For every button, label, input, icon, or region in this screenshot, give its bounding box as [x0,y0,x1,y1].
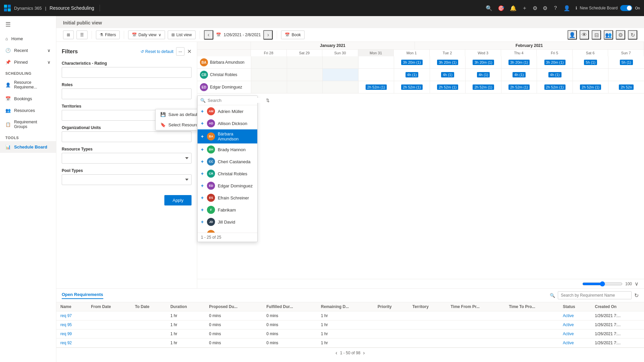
cal-cell[interactable] [251,56,287,68]
req-status-link[interactable]: Active [563,322,574,327]
req-next-page-button[interactable]: › [363,350,365,356]
resource-view-button[interactable]: 👤 [568,30,577,40]
cal-cell[interactable]: 2h 52n [608,81,644,93]
req-name-link[interactable]: req 92 [60,341,72,345]
sidebar-item-resources[interactable]: 👥 Resources [0,105,56,116]
sort-icon[interactable]: ⇅ [266,98,270,103]
sidebar-item-resource-requirements[interactable]: 👤 Resource Requireme... [0,77,56,93]
resource-search-input[interactable] [208,98,264,103]
list-item[interactable]: +EDEdgar Dominguez [198,180,257,192]
cal-cell[interactable] [251,69,287,81]
open-requirements-tab[interactable]: Open Requirements [62,292,103,299]
cal-cell[interactable] [251,81,287,93]
list-item[interactable]: +AMAdrien Müller [198,105,257,117]
hamburger-menu[interactable]: ☰ [0,16,56,33]
cal-cell[interactable]: 4h (1) [394,69,430,81]
filters-button[interactable]: ⚗ Filters [96,31,120,39]
req-search-input[interactable] [558,291,632,299]
sidebar-item-pinned[interactable]: 📌 Pinned ∨ [0,56,56,68]
list-item[interactable]: +FFabrikam [198,204,257,216]
help-icon-btn[interactable]: ？ [553,5,558,12]
cal-cell[interactable]: 5h (1) [573,56,608,68]
list-item[interactable]: +ESEfrain Schreiner [198,192,257,204]
refresh-button[interactable]: ↻ [628,30,637,40]
pool-types-select[interactable] [62,174,192,185]
cal-cell[interactable]: 3h 20m (1) [394,56,430,68]
list-item[interactable]: +BHBrady Hannon [198,143,257,156]
cal-cell[interactable] [287,81,323,93]
sidebar-item-home[interactable]: ⌂ Home [0,33,56,45]
cal-cell[interactable]: 4h (1) [465,69,501,81]
list-item[interactable]: +JGJorge Gault [198,228,257,233]
req-status-link[interactable]: Active [563,313,574,318]
filter-icon-btn[interactable]: ⚙ [533,5,537,11]
filters-more-button[interactable]: ··· [176,47,184,56]
cal-cell[interactable]: 4h (1) [430,69,466,81]
columns-button[interactable]: ⊟ [592,30,601,40]
list-item[interactable]: +ADAllison Dickson [198,117,257,129]
cal-cell[interactable] [358,56,394,68]
expand-button[interactable]: ∨ [635,281,639,287]
settings-icon-btn[interactable]: ⚙ [543,5,547,11]
cal-cell[interactable]: 2h 52m (1) [501,81,537,93]
cal-cell[interactable]: 3h 20m (1) [430,56,466,68]
eye-view-button[interactable]: 👁 [580,30,589,40]
cal-cell[interactable] [287,56,323,68]
list-item[interactable]: +JDJill David [198,216,257,228]
user-icon-btn[interactable]: 👤 [564,5,570,11]
list-item[interactable]: +CRChristal Robles [198,168,257,180]
select-resources-menu-item[interactable]: 🔖 Select Resources [156,120,197,130]
cal-cell[interactable]: 2h 52m (1) [465,81,501,93]
roles-input[interactable] [62,88,192,99]
save-as-default-menu-item[interactable]: 💾 Save as default [156,109,197,120]
org-units-input[interactable] [62,131,192,142]
daily-view-button[interactable]: 📅 Daily view ∨ [128,31,165,39]
cal-cell[interactable] [287,69,323,81]
filters-close-button[interactable]: ✕ [187,48,192,55]
sidebar-item-requirement-groups[interactable]: 📋 Requirement Groups [0,116,56,132]
cal-cell[interactable]: 2h 52m (1) [430,81,466,93]
book-button[interactable]: 📅 Book [281,31,304,39]
prev-date-button[interactable]: ‹ [204,30,213,40]
target-icon-btn[interactable]: 🎯 [498,5,504,11]
req-refresh-button[interactable]: ↻ [634,292,639,299]
bell-icon-btn[interactable]: 🔔 [510,5,517,11]
config-button[interactable]: ⚙ [616,30,625,40]
plus-icon-btn[interactable]: ＋ [522,5,527,12]
cal-cell[interactable] [608,69,644,81]
people-button[interactable]: 👥 [604,30,613,40]
next-date-button[interactable]: › [263,30,273,40]
req-prev-page-button[interactable]: ‹ [335,350,337,356]
apply-button[interactable]: Apply [164,195,192,205]
new-schedule-toggle[interactable] [620,5,632,11]
characteristics-input[interactable] [62,67,192,78]
cal-cell[interactable] [573,69,608,81]
sidebar-item-schedule-board[interactable]: 📊 Schedule Board [0,141,56,153]
cal-cell[interactable]: 2h 52m (1) [394,81,430,93]
list-item[interactable]: +CCCheri Castaneda [198,156,257,168]
req-name-link[interactable]: req 97 [60,313,72,318]
cal-cell[interactable]: 3h 20m (1) [501,56,537,68]
sidebar-item-bookings[interactable]: 📅 Bookings [0,93,56,105]
search-icon-btn[interactable]: 🔍 [486,5,492,11]
req-name-link[interactable]: req 99 [60,331,72,336]
cal-cell[interactable]: 3h 20m (1) [537,56,573,68]
cal-cell[interactable] [322,56,358,68]
req-status-link[interactable]: Active [563,341,574,345]
resource-types-select[interactable] [62,153,192,164]
cal-cell[interactable]: 4h (1) [537,69,573,81]
req-status-link[interactable]: Active [563,331,574,336]
cal-cell[interactable] [322,69,358,81]
list-view-icon-button[interactable]: ☰ [76,31,88,39]
cal-cell[interactable]: 2h 52m (1) [358,81,394,93]
cal-cell[interactable]: 4h (1) [501,69,537,81]
cal-cell[interactable] [358,69,394,81]
reset-to-default-button[interactable]: ↺ Reset to default [141,49,173,54]
req-name-link[interactable]: req 95 [60,322,72,327]
cal-cell[interactable]: 5h (1) [608,56,644,68]
list-view-button[interactable]: ⊞ List view [168,31,196,39]
zoom-slider[interactable] [582,281,623,287]
cal-cell[interactable] [322,81,358,93]
sidebar-item-recent[interactable]: 🕐 Recent ∨ [0,45,56,56]
cal-cell[interactable]: 2h 52m (1) [573,81,608,93]
